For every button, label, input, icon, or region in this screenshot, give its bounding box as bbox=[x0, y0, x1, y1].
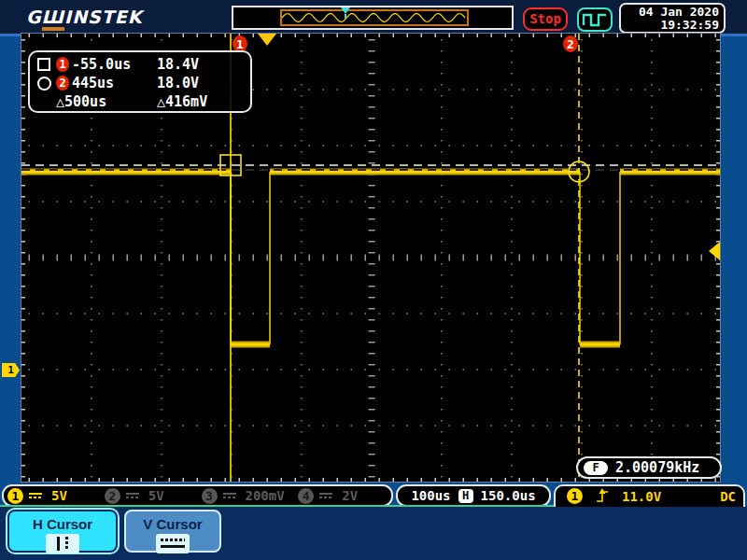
channel-2-number: 2 bbox=[105, 488, 120, 504]
cursor2-readout-row: 2 445us 18.0V bbox=[37, 74, 243, 92]
cursor1-time: -55.0us bbox=[72, 56, 157, 73]
time-text: 19:32:59 bbox=[621, 19, 719, 32]
cursor-2-badge: 2 bbox=[563, 35, 578, 52]
cursor2-volts: 18.0V bbox=[157, 75, 243, 91]
frequency-badge-icon: F bbox=[584, 461, 608, 475]
h-cursor-label: H Cursor bbox=[9, 516, 116, 532]
main-timebase: 150.0us bbox=[481, 488, 536, 503]
trigger-source-number: 1 bbox=[567, 488, 583, 504]
cursor-readout-panel: 1 -55.0us 18.4V 2 445us 18.0V △500us △41… bbox=[28, 50, 252, 113]
channel-1-status[interactable]: 1 5V bbox=[4, 488, 101, 504]
trigger-position-marker[interactable] bbox=[258, 34, 276, 46]
trigger-level-marker[interactable] bbox=[709, 242, 720, 260]
top-bar: GШINSTEK Stop 04 Jan 2020 19:32:59 bbox=[0, 0, 747, 34]
cursor1-number-badge: 1 bbox=[56, 57, 69, 72]
channel-2-scale: 5V bbox=[148, 488, 164, 503]
channel-4-status[interactable]: 4 2V bbox=[294, 488, 391, 504]
cursor1-readout-row: 1 -55.0us 18.4V bbox=[37, 55, 243, 74]
frequency-readout: F 2.00079kHz bbox=[576, 456, 722, 479]
delta-time: △500us bbox=[56, 93, 157, 110]
ch1-trace bbox=[21, 172, 720, 344]
v-cursor-label: V Cursor bbox=[126, 516, 219, 532]
zoom-timebase: 100us bbox=[411, 488, 450, 503]
acquisition-stop-badge[interactable]: Stop bbox=[523, 7, 568, 31]
ch1-trace-core bbox=[21, 172, 720, 344]
cursor-delta-row: △500us △416mV bbox=[37, 92, 243, 111]
timebase-status[interactable]: 100us H 150.0us bbox=[396, 484, 551, 507]
brand-logo: GШINSTEK bbox=[26, 7, 142, 27]
logo-rest: INSTEK bbox=[64, 7, 142, 27]
channel-1-scale: 5V bbox=[51, 488, 67, 503]
rising-edge-icon bbox=[596, 488, 609, 504]
logo-w: Ш bbox=[42, 7, 64, 31]
channel-4-number: 4 bbox=[298, 488, 314, 504]
frequency-value: 2.00079kHz bbox=[615, 459, 699, 476]
dc-coupling-icon bbox=[126, 493, 139, 498]
menu-separator-line bbox=[0, 505, 554, 507]
cursor2-number-badge: 2 bbox=[56, 76, 69, 91]
channel-3-scale: 200mV bbox=[246, 488, 285, 503]
h-cursor-icon bbox=[46, 534, 79, 553]
dc-coupling-icon bbox=[319, 493, 332, 498]
cursor1-volts: 18.4V bbox=[157, 56, 243, 73]
preview-waveform-icon bbox=[233, 7, 512, 28]
h-cursor-button[interactable]: H Cursor bbox=[7, 510, 118, 553]
svg-text:1: 1 bbox=[236, 37, 244, 51]
trigger-type-button[interactable] bbox=[577, 7, 613, 32]
cursor2-time: 445us bbox=[72, 75, 157, 91]
pulse-waveform-icon bbox=[581, 9, 609, 30]
v-cursor-icon bbox=[156, 534, 190, 553]
ch1-ground-marker[interactable]: 1 bbox=[2, 363, 20, 377]
svg-text:2: 2 bbox=[567, 37, 574, 51]
date-text: 04 Jan 2020 bbox=[621, 6, 719, 19]
memory-preview-bar[interactable] bbox=[232, 6, 514, 30]
delta-volts: △416mV bbox=[157, 93, 243, 110]
logo-g: G bbox=[26, 7, 42, 27]
channel-3-number: 3 bbox=[202, 488, 218, 504]
channel-1-number: 1 bbox=[7, 488, 23, 504]
trigger-level: 11.0V bbox=[622, 489, 661, 504]
square-marker-icon bbox=[37, 58, 50, 71]
horizontal-badge-icon: H bbox=[458, 489, 473, 503]
trigger-coupling: DC bbox=[720, 489, 736, 504]
channel-status-bar: 1 5V 2 5V 3 200mV 4 2V bbox=[2, 484, 393, 507]
dc-coupling-icon bbox=[29, 493, 42, 498]
circle-marker-icon bbox=[37, 77, 51, 91]
channel-2-status[interactable]: 2 5V bbox=[101, 488, 198, 504]
datetime-display: 04 Jan 2020 19:32:59 bbox=[619, 3, 726, 34]
channel-4-scale: 2V bbox=[342, 488, 358, 503]
v-cursor-button[interactable]: V Cursor bbox=[124, 510, 221, 553]
preview-trigger-marker-icon[interactable] bbox=[341, 7, 350, 14]
channel-3-status[interactable]: 3 200mV bbox=[198, 488, 295, 504]
dc-coupling-icon bbox=[223, 493, 236, 498]
